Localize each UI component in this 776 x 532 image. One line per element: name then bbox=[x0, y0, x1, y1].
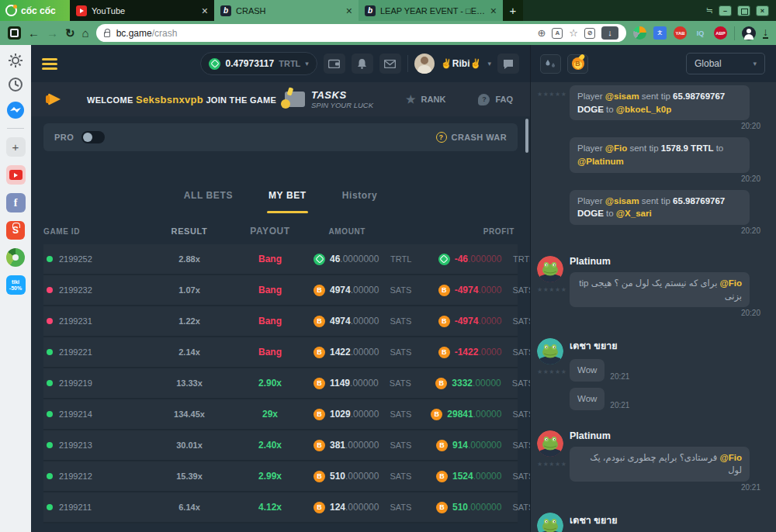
tab-history[interactable]: History bbox=[342, 182, 378, 213]
tab-youtube[interactable]: YouTube × bbox=[70, 0, 214, 21]
collapse-window-icon[interactable]: ≒ bbox=[706, 5, 713, 16]
crash-war-link[interactable]: ? CRASH WAR bbox=[436, 132, 507, 143]
rain-tip-button[interactable] bbox=[540, 54, 561, 74]
user-mention[interactable]: @sisam bbox=[605, 92, 639, 101]
chat-message-list[interactable]: ★★★★★ Player @sisam sent tip 65.98769767… bbox=[531, 82, 776, 532]
chat-region-select[interactable]: Global ▾ bbox=[686, 53, 765, 74]
game-id: 2199213 bbox=[59, 440, 92, 450]
tab-close-icon[interactable]: × bbox=[490, 5, 497, 16]
messenger-icon[interactable] bbox=[6, 101, 25, 119]
yab-extension-icon[interactable]: YAB bbox=[674, 26, 687, 40]
browser-profile-avatar[interactable] bbox=[742, 26, 756, 40]
reload-icon[interactable]: ↻ bbox=[65, 27, 75, 39]
chat-username[interactable]: เดชา ขยาย bbox=[570, 513, 767, 528]
balance-currency: TRTL bbox=[279, 59, 300, 68]
tasks-widget[interactable]: TASKS SPIN YOUR LUCK bbox=[285, 89, 373, 109]
pinwheel-extension-icon[interactable] bbox=[633, 26, 646, 40]
rank-link[interactable]: ★ RANK bbox=[406, 93, 445, 105]
profit-cell: -1422.0000SATS bbox=[411, 347, 530, 358]
add-shortcut-button[interactable]: + bbox=[6, 137, 26, 157]
faq-link[interactable]: ? FAQ bbox=[478, 94, 513, 105]
user-mention[interactable]: @Platinum bbox=[577, 157, 624, 166]
page-scrollbar[interactable] bbox=[525, 119, 528, 153]
status-dot bbox=[47, 504, 53, 510]
balance-selector[interactable]: 0.47973117 TRTL ▾ bbox=[200, 52, 317, 75]
status-dot bbox=[47, 411, 53, 417]
timestamp: 20:20 bbox=[741, 122, 760, 131]
zoom-page-icon[interactable]: ⊕ bbox=[537, 28, 546, 38]
user-avatar[interactable] bbox=[414, 54, 435, 74]
back-icon[interactable]: ← bbox=[28, 27, 40, 39]
youtube-shortcut-icon[interactable] bbox=[6, 165, 26, 185]
table-row[interactable]: 2199221 2.14x Bang 1422.00000SATS -1422.… bbox=[43, 337, 518, 368]
downloads-tray-icon[interactable]: ↓ bbox=[763, 27, 768, 39]
avatar[interactable] bbox=[537, 256, 563, 282]
bookmark-star-icon[interactable]: ☆ bbox=[569, 28, 578, 38]
shopee-shortcut-icon[interactable]: S bbox=[6, 221, 25, 240]
megaphone-icon bbox=[48, 93, 61, 105]
user-mention[interactable]: @Fio bbox=[720, 278, 742, 288]
tab-leap-year-event[interactable]: b LEAP YEAR EVENT - □Event - × bbox=[359, 0, 503, 21]
settings-gear-icon[interactable] bbox=[8, 53, 23, 68]
menu-hamburger-icon[interactable] bbox=[42, 58, 57, 70]
currency-label: SATS bbox=[511, 316, 530, 326]
avatar[interactable] bbox=[537, 430, 563, 457]
table-row[interactable]: 2199212 15.39x 2.99x 510.000000SATS 1524… bbox=[43, 461, 518, 492]
iq-extension-icon[interactable]: IQ bbox=[694, 26, 707, 40]
avatar[interactable] bbox=[537, 513, 563, 532]
youtube-favicon bbox=[76, 5, 87, 16]
coin-drop-button[interactable]: B bbox=[567, 54, 588, 74]
table-row[interactable]: 2199219 13.33x 2.90x 1149.00000SATS 3332… bbox=[43, 368, 518, 399]
tab-my-bet[interactable]: MY BET bbox=[268, 182, 307, 213]
tab-close-icon[interactable]: × bbox=[202, 5, 208, 16]
tab-all-bets[interactable]: ALL BETS bbox=[184, 182, 233, 213]
close-window-button[interactable]: × bbox=[756, 5, 769, 16]
avatar[interactable] bbox=[537, 338, 563, 364]
pro-toggle[interactable] bbox=[81, 131, 105, 143]
minimize-button[interactable]: – bbox=[719, 5, 732, 16]
home-icon[interactable]: ⌂ bbox=[82, 27, 89, 39]
url-text[interactable]: bc.game/crash bbox=[116, 28, 178, 39]
restore-button[interactable] bbox=[737, 5, 750, 16]
facebook-shortcut-icon[interactable]: f bbox=[6, 193, 26, 212]
forward-icon[interactable]: → bbox=[47, 27, 58, 39]
address-bar[interactable]: bc.game/crash ⊕ A ☆ ⊘ ↓ bbox=[96, 24, 626, 42]
chat-username[interactable]: Platinum bbox=[570, 256, 767, 267]
user-mention[interactable]: @sisam bbox=[605, 196, 639, 206]
adblock-extension-icon[interactable]: ABP bbox=[714, 26, 727, 40]
table-row[interactable]: 2199252 2.88x Bang 46.0000000TRTL -46.00… bbox=[43, 244, 518, 275]
coin-icon bbox=[314, 254, 325, 265]
table-row[interactable]: 2199211 6.14x 4.12x 124.000000SATS 510.0… bbox=[43, 492, 518, 523]
user-name[interactable]: ✌Ribi✌ bbox=[441, 58, 482, 69]
chat-username[interactable]: เดชา ขยาย bbox=[570, 338, 767, 354]
translate-icon[interactable]: A bbox=[552, 28, 563, 39]
download-page-button[interactable]: ↓ bbox=[601, 26, 618, 40]
translate-extension-icon[interactable]: 文 bbox=[653, 26, 667, 40]
new-tab-button[interactable]: + bbox=[503, 0, 523, 21]
table-row[interactable]: 2199214 134.45x 29x 1029.00000SATS 29841… bbox=[43, 399, 518, 430]
coin-icon bbox=[438, 285, 450, 296]
chat-username[interactable]: Platinum bbox=[570, 430, 767, 441]
coin-icon bbox=[431, 409, 442, 420]
tiki-shortcut-icon[interactable]: tiki-50% bbox=[6, 275, 26, 295]
user-mention[interactable]: @Fio bbox=[720, 453, 742, 462]
notifications-button[interactable] bbox=[352, 54, 373, 74]
shield-icon[interactable]: ⊘ bbox=[584, 28, 595, 39]
history-icon[interactable] bbox=[8, 77, 23, 92]
chat-message-group: ★★★★★ เดชา ขยาย Wow 20:21 Wow 20:21 bbox=[537, 337, 767, 416]
user-mention[interactable]: @X_sari bbox=[616, 209, 652, 218]
sidebar-toggle-icon[interactable] bbox=[8, 26, 21, 40]
tab-crash-active[interactable]: b CRASH × bbox=[214, 0, 359, 21]
wallet-button[interactable] bbox=[324, 54, 345, 74]
messages-button[interactable] bbox=[379, 54, 401, 74]
table-row[interactable]: 2199231 1.22x Bang 4974.00000SATS -4974.… bbox=[43, 306, 518, 337]
chat-toggle-button[interactable] bbox=[497, 54, 519, 74]
table-row[interactable]: 2199232 1.07x Bang 4974.00000SATS -4974.… bbox=[43, 275, 518, 306]
user-mention[interactable]: @bkoeL_k0p bbox=[616, 105, 671, 114]
user-mention[interactable]: @Fio bbox=[605, 143, 627, 153]
coccoc-logo[interactable]: cốc cốc bbox=[0, 0, 70, 21]
table-row[interactable]: 2199213 30.01x 2.40x 381.000000SATS 914.… bbox=[43, 430, 518, 461]
tab-close-icon[interactable]: × bbox=[346, 5, 352, 16]
result-value: 6.14x bbox=[152, 503, 227, 512]
coccoc-shortcut-icon[interactable] bbox=[6, 248, 25, 267]
